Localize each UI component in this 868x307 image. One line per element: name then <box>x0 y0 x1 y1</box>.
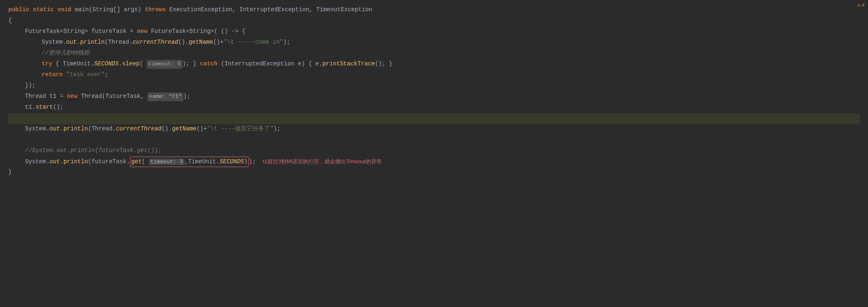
dot3: . <box>60 157 63 166</box>
comment-get: //System.out.println(futureTask.get()); <box>25 146 162 155</box>
thread-decl: Thread t1 = <box>25 92 67 101</box>
code-editor: ⚠ 4 public static void main(String[] arg… <box>0 0 868 307</box>
keyword-catch: catch <box>200 59 221 68</box>
system-out3: System. <box>25 157 50 166</box>
keyword-void: void <box>57 5 75 14</box>
code-line-14: } <box>8 167 860 178</box>
println-method3: println <box>63 157 88 166</box>
code-line-2: { <box>8 16 860 27</box>
get-method: get <box>131 158 142 165</box>
paren6: ); } <box>182 59 200 68</box>
keyword-try: try <box>42 59 56 68</box>
out-field2: out <box>50 124 60 133</box>
start-method: start <box>35 102 53 112</box>
code-line-4: System.out.println(Thread.currentThread(… <box>42 37 860 48</box>
paren10: (futureTask. <box>88 157 130 166</box>
code-line-9: Thread t1 = new Thread(futureTask, name:… <box>25 92 860 102</box>
keyword-throws: throws <box>145 5 170 14</box>
sleep-method: sleep <box>122 59 140 68</box>
keyword-new2: new <box>67 92 81 101</box>
seconds-field: SECONDS <box>94 59 119 68</box>
semicolon2: ); <box>274 124 281 133</box>
thread-new: Thread(futureTask, <box>81 92 147 101</box>
dot-sleep: . <box>119 59 122 68</box>
current-thread2: currentThread <box>116 124 161 133</box>
future-task-new: FutureTask<String>( () -> { <box>151 27 245 36</box>
code-line-10: t1.start(); <box>25 102 860 113</box>
code-line-1: public static void main(String[] args) t… <box>8 5 860 16</box>
system-out: System. <box>42 37 66 47</box>
name-hint: name: "t1" <box>147 92 183 101</box>
string-other-tasks: "\t ----做其它任务了" <box>207 124 274 133</box>
seconds-field2: SECONDS <box>219 158 244 165</box>
close-main-brace: } <box>8 167 12 177</box>
println-method2: println <box>63 124 88 133</box>
string-task-over: "task over" <box>66 70 105 79</box>
open-brace: { <box>8 16 12 25</box>
paren4: ); <box>283 37 290 47</box>
code-line-blank2 <box>8 135 860 146</box>
paren11: ( <box>142 158 149 165</box>
paren3: ()+ <box>213 37 224 47</box>
paren12: ) <box>244 158 247 165</box>
current-thread-method: currentThread <box>132 37 178 47</box>
code-line-12: //System.out.println(futureTask.get()); <box>25 146 860 157</box>
dot1: . <box>77 37 80 47</box>
get-name-method: getName <box>189 37 213 47</box>
paren1: (Thread. <box>105 37 132 47</box>
close-lambda: }); <box>25 81 35 90</box>
exceptions: ExecutionException, InterruptedException… <box>169 5 372 14</box>
code-line-5: //暂停几秒钟线程 <box>42 48 860 59</box>
code-line-3: FutureTask<String> futureTask = new Futu… <box>25 27 860 37</box>
system-out2: System. <box>25 124 50 133</box>
keyword-static: static <box>33 5 57 14</box>
out-field: out <box>66 37 77 47</box>
catch-close: (); } <box>375 59 392 68</box>
print-stack-trace: printStackTrace <box>322 59 375 68</box>
get-name2: getName <box>172 124 197 133</box>
comment-pause: //暂停几秒钟线程 <box>42 48 90 57</box>
keyword-return: return <box>42 70 66 79</box>
println-method: println <box>80 37 105 47</box>
out-field3: out <box>50 157 60 166</box>
code-line-blank <box>8 113 860 124</box>
paren5: ( <box>140 59 147 68</box>
keyword-public: public <box>8 5 33 14</box>
paren13: ); <box>249 157 263 166</box>
brace-open: { TimeUnit. <box>56 59 94 68</box>
paren7: (Thread. <box>88 124 116 133</box>
code-line-7: return "task over"; <box>42 70 860 81</box>
code-line-11: System.out.println(Thread.currentThread(… <box>25 124 860 135</box>
t1-start: t1. <box>25 102 35 112</box>
code-line-13: System.out.println(futureTask.get( timeo… <box>25 157 860 167</box>
timeout-hint-2: timeout: 3 <box>149 159 185 165</box>
method-name: main(String[] args) <box>75 5 145 14</box>
paren9: ()+ <box>197 124 207 133</box>
string-come-in: "\t -----come in" <box>224 37 283 47</box>
future-task-decl: FutureTask<String> futureTask = <box>25 27 137 36</box>
get-with-timeout-box: get( timeout: 3,TimeUnit.SECONDS) <box>130 157 249 167</box>
right-comment: t1超过3秒钟还没执行完，就会抛出Timeout的异常 <box>263 157 382 166</box>
paren2: (). <box>178 37 189 47</box>
code-line-8: }); <box>25 81 860 92</box>
dot2: . <box>60 124 63 133</box>
warning-badge: ⚠ 4 <box>857 2 865 9</box>
timeout-hint-1: timeout: 5 <box>147 60 182 69</box>
keyword-new: new <box>137 27 151 36</box>
start-paren: (); <box>53 102 63 112</box>
semicolon1: ; <box>105 70 108 79</box>
thread-close: ); <box>183 92 190 101</box>
comma-timeunit: ,TimeUnit. <box>185 158 219 165</box>
code-line-6: try { TimeUnit.SECONDS.sleep( timeout: 5… <box>42 59 860 70</box>
paren8: (). <box>162 124 172 133</box>
catch-paren: (InterruptedException e) { e. <box>221 59 323 68</box>
